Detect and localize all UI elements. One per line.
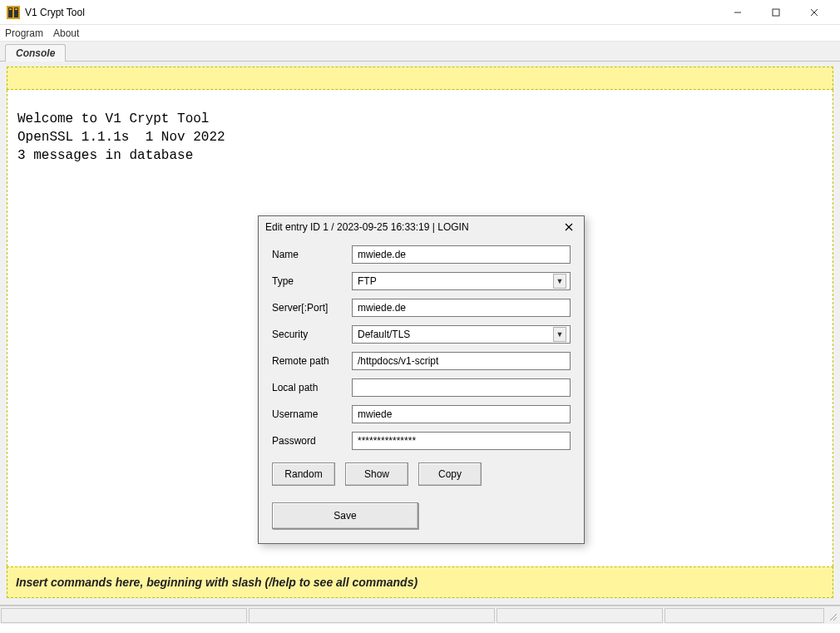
remote-path-input[interactable] (352, 352, 571, 370)
chevron-down-icon: ▼ (553, 327, 566, 342)
resize-grip-icon[interactable] (825, 606, 840, 624)
window-buttons (719, 0, 833, 25)
console-line: OpenSSL 1.1.1s 1 Nov 2022 (17, 130, 225, 145)
console-line: 3 messages in database (17, 148, 193, 163)
password-input[interactable] (352, 432, 571, 450)
random-button[interactable]: Random (272, 462, 335, 486)
username-input[interactable] (352, 405, 571, 423)
status-pane (1, 608, 247, 623)
svg-rect-3 (9, 8, 12, 10)
tab-console[interactable]: Console (5, 44, 66, 62)
password-buttons: Random Show Copy (272, 462, 571, 486)
status-pane (665, 608, 824, 623)
show-button[interactable]: Show (345, 462, 408, 486)
titlebar: V1 Crypt Tool (0, 0, 840, 25)
app-icon (7, 6, 20, 19)
minimize-button[interactable] (719, 0, 757, 25)
menubar: Program About (0, 25, 840, 42)
console-header-strip (7, 67, 833, 90)
svg-line-11 (830, 614, 837, 621)
status-pane (249, 608, 495, 623)
command-placeholder: Insert commands here, beginning with sla… (16, 576, 418, 589)
server-input[interactable] (352, 299, 571, 317)
local-path-input[interactable] (352, 378, 571, 397)
dialog-title: Edit entry ID 1 / 2023-09-25 16:33:19 | … (265, 221, 561, 233)
label-security: Security (272, 329, 352, 340)
console-line: Welcome to V1 Crypt Tool (17, 111, 209, 126)
type-select-value: FTP (358, 275, 377, 287)
label-username: Username (272, 408, 352, 420)
close-button[interactable] (795, 0, 833, 25)
dialog-titlebar: Edit entry ID 1 / 2023-09-25 16:33:19 | … (259, 216, 584, 238)
svg-line-12 (833, 617, 837, 621)
tabbar: Console (0, 42, 840, 62)
label-server: Server[:Port] (272, 302, 352, 314)
status-pane (497, 608, 663, 623)
dialog-close-button[interactable] (561, 219, 577, 235)
command-input-bar[interactable]: Insert commands here, beginning with sla… (7, 566, 833, 598)
security-select-value: Default/TLS (358, 329, 410, 340)
menu-about[interactable]: About (53, 27, 79, 39)
maximize-button[interactable] (757, 0, 795, 25)
save-button[interactable]: Save (272, 502, 418, 529)
menu-program[interactable]: Program (5, 27, 43, 39)
edit-entry-dialog: Edit entry ID 1 / 2023-09-25 16:33:19 | … (258, 215, 585, 544)
type-select[interactable]: FTP ▼ (352, 272, 571, 290)
label-name: Name (272, 249, 352, 260)
label-remote-path: Remote path (272, 355, 352, 367)
name-input[interactable] (352, 245, 571, 264)
svg-rect-6 (773, 9, 779, 16)
label-local-path: Local path (272, 382, 352, 393)
svg-rect-4 (15, 8, 17, 10)
security-select[interactable]: Default/TLS ▼ (352, 325, 571, 344)
label-password: Password (272, 435, 352, 447)
statusbar (0, 606, 840, 624)
console-area: Welcome to V1 Crypt Tool OpenSSL 1.1.1s … (0, 62, 840, 606)
label-type: Type (272, 275, 352, 287)
copy-button[interactable]: Copy (418, 462, 482, 486)
dialog-body: Name Type FTP ▼ Server[:Port] Security (259, 238, 584, 541)
window-title: V1 Crypt Tool (25, 7, 719, 18)
chevron-down-icon: ▼ (553, 274, 566, 289)
